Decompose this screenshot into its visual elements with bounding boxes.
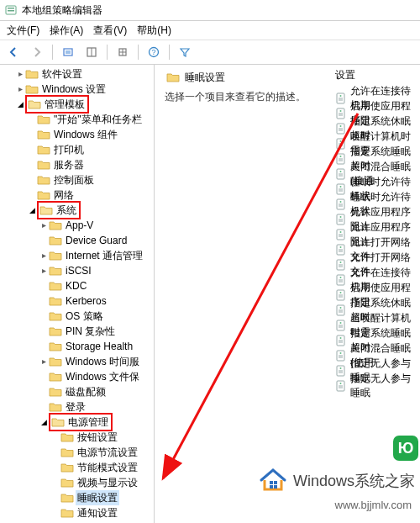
svg-point-75 (340, 337, 342, 339)
filter-button[interactable] (175, 42, 195, 62)
tree-item-label: 节能模式设置 (76, 460, 139, 475)
policy-icon (335, 122, 347, 135)
folder-icon (49, 325, 62, 337)
tree-item-label: 通知设置 (76, 505, 119, 520)
menu-view[interactable]: 查看(V) (88, 22, 132, 40)
folder-icon (51, 416, 65, 428)
tree-item[interactable]: 节能模式设置 (0, 460, 154, 475)
folder-icon (60, 507, 74, 519)
tree-item[interactable]: PIN 复杂性 (0, 324, 154, 339)
chevron-right-icon[interactable]: ▸ (39, 248, 49, 263)
chevron-right-icon[interactable]: ▸ (39, 263, 49, 278)
folder-icon (37, 189, 50, 201)
folder-icon (49, 386, 62, 398)
toolbar: ? (0, 40, 420, 65)
chevron-right-icon[interactable]: ▸ (39, 218, 49, 233)
tree-item[interactable]: 控制面板 (0, 172, 154, 188)
chevron-down-icon[interactable]: ◢ (39, 415, 49, 430)
svg-point-63 (340, 292, 342, 293)
svg-text:?: ? (151, 48, 155, 56)
tree-item[interactable]: 视频与显示设 (0, 475, 154, 490)
tree-item-label: 按钮设置 (76, 430, 119, 445)
back-button[interactable] (3, 42, 24, 62)
policy-icon (335, 349, 347, 362)
settings-header: 设置 (335, 68, 420, 86)
tree-item-label: 系统 (55, 203, 78, 218)
policy-icon (335, 273, 347, 287)
toolbar-separator (169, 45, 170, 60)
tree-item[interactable]: 服务器 (0, 157, 154, 172)
folder-icon (49, 280, 62, 292)
svg-point-19 (340, 125, 342, 127)
tree-item[interactable]: OS 策略 (0, 309, 154, 324)
folder-icon (37, 144, 50, 156)
tree-item[interactable]: ▸Windows 时间服 (0, 354, 154, 369)
tree-item-label: KDC (64, 278, 88, 293)
setting-item[interactable]: 指定无人参与睡眠 (335, 378, 420, 394)
tree-item[interactable]: KDC (0, 278, 154, 293)
policy-icon (335, 379, 347, 393)
policy-icon (335, 182, 347, 196)
menu-help[interactable]: 帮助(H) (132, 22, 176, 40)
tree-item[interactable]: ◢系统 (0, 203, 154, 218)
window-title: 本地组策略编辑器 (22, 3, 102, 18)
folder-icon (28, 98, 41, 110)
up-button[interactable] (58, 42, 78, 62)
svg-point-59 (340, 277, 342, 278)
chevron-down-icon[interactable]: ◢ (27, 203, 37, 218)
menu-action[interactable]: 操作(A) (45, 22, 88, 40)
tree-pane[interactable]: ▸软件设置▸Windows 设置◢管理模板"开始"菜单和任务栏Windows 组… (0, 65, 155, 523)
title-bar: 本地组策略编辑器 (0, 0, 420, 21)
svg-point-79 (340, 352, 342, 354)
chevron-right-icon[interactable]: ▸ (15, 82, 25, 97)
svg-point-71 (340, 322, 342, 324)
tree-item[interactable]: 磁盘配额 (0, 384, 154, 399)
tree-item[interactable]: ◢电源管理 (0, 415, 154, 430)
folder-icon (25, 83, 39, 95)
export-button[interactable] (113, 42, 133, 62)
tree-item[interactable]: 按钮设置 (0, 430, 154, 445)
tree-item[interactable]: "开始"菜单和任务栏 (0, 112, 154, 127)
tree-item[interactable]: ▸App-V (0, 218, 154, 233)
tree-item[interactable]: 睡眠设置 (0, 490, 154, 505)
tree-item-label: 管理模板 (43, 97, 87, 112)
showhide-button[interactable] (81, 42, 102, 62)
tree-item[interactable]: Kerberos (0, 293, 154, 309)
settings-list: 允许在连接待机期启用使应用程序阻指定系统休眠超时唤醒计算机时需要指定系统睡眠超时… (335, 91, 420, 394)
policy-icon (335, 243, 347, 256)
chevron-down-icon[interactable]: ◢ (15, 97, 25, 112)
chevron-right-icon[interactable]: ▸ (39, 354, 49, 369)
tree-item[interactable]: 打印机 (0, 142, 154, 157)
tree-item[interactable]: ▸软件设置 (0, 66, 154, 82)
svg-rect-91 (270, 481, 273, 484)
menu-file[interactable]: 文件(F) (2, 22, 45, 40)
policy-icon (335, 319, 347, 332)
toolbar-separator (52, 45, 53, 60)
svg-rect-94 (274, 485, 277, 489)
tree-item[interactable]: Windows 组件 (0, 127, 154, 142)
folder-icon (60, 462, 74, 473)
forward-button[interactable] (27, 42, 47, 62)
svg-point-39 (340, 201, 342, 203)
folder-icon (25, 68, 39, 80)
tree-item[interactable]: 电源节流设置 (0, 445, 154, 460)
folder-icon (49, 356, 62, 367)
help-button[interactable]: ? (144, 42, 164, 62)
policy-icon (335, 213, 347, 226)
chevron-right-icon[interactable]: ▸ (15, 66, 25, 82)
tree-item[interactable]: ▸Internet 通信管理 (0, 248, 154, 263)
tree-item[interactable]: ▸iSCSI (0, 263, 154, 278)
tree-item[interactable]: ◢管理模板 (0, 97, 154, 112)
details-title: 睡眠设置 (185, 71, 225, 85)
tree-item[interactable]: Device Guard (0, 233, 154, 248)
policy-icon (335, 137, 347, 151)
svg-point-47 (340, 231, 342, 233)
tree-item[interactable]: 通知设置 (0, 505, 154, 520)
app-icon (5, 4, 17, 16)
policy-icon (335, 288, 347, 302)
folder-icon (37, 159, 50, 171)
tree-item[interactable]: Storage Health (0, 339, 154, 354)
policy-icon (335, 152, 347, 166)
tree-item-label: PIN 复杂性 (64, 324, 117, 339)
tree-item[interactable]: Windows 文件保 (0, 369, 154, 384)
